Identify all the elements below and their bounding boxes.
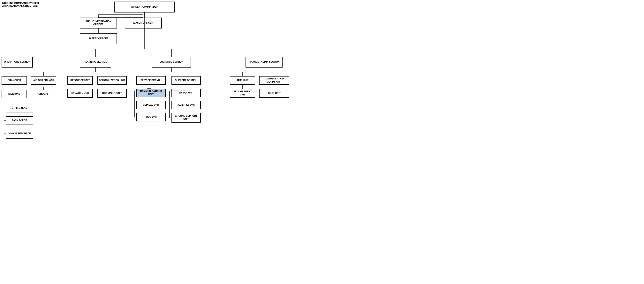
cost-unit-box: COST UNIT [259,89,289,98]
service-branch-box: SERVICE BRANCH [136,76,166,85]
public-info-officer-box: PUBLIC INFORMATION OFFICER [80,18,117,29]
facilities-unit-box: FACILITIES UNIT [172,101,201,109]
task-force-box: TASK FORCE [6,116,33,125]
demobilization-unit-box: DEMOBILIZATION UNIT [98,76,127,85]
strike-team-box: STRIKE TEAM [6,104,33,112]
air-ops-branch-box: AIR OPS BRANCH [31,76,56,85]
document-unit-box: DOCUMENT UNIT [98,89,127,98]
liaison-officer-box: LIASON OFFICER [125,18,162,29]
ground-support-unit-box: GROUND SUPPORT UNIT [172,113,201,122]
single-resource-box: SINGLE RESOURCE [6,129,33,138]
operations-section-box: OPERATIONS SECTION [2,57,33,68]
procurement-unit-box: PROCUREMENT UNIT [230,89,255,98]
safety-officer-box: SAFETY OFFICER [80,33,117,44]
food-unit-box: FOOD UNIT [136,113,166,121]
divisions-box: DIVISIONS [2,90,27,98]
medical-unit-box: MEDICAL UNIT [136,101,166,109]
title-block: INCIDENT COMMAND SYSTEM ORGANIZATIONAL S… [2,2,39,7]
groups-box: GROUPS [31,90,56,98]
incident-commander-box: INCIDENT COMMANDER [114,2,174,13]
compensation-claims-unit-box: COMPENSATION CLAIMS UNIT [259,76,289,85]
title-line1: INCIDENT COMMAND SYSTEM [2,2,39,5]
communications-unit-box: COMMUNICATIONS UNIT [136,89,166,97]
resource-unit-box: RESOURCE UNIT [68,76,93,85]
supply-unit-box: SUPPLY UNIT [172,89,201,97]
finance-admin-section-box: FINANCE / ADMIN SECTION [246,57,282,68]
branches-box: BRANCHES [2,76,27,85]
logistics-section-box: LOGISTICS SECTION [152,57,191,68]
time-unit-box: TIME UNIT [230,76,255,85]
title-line2: ORGANIZATIONAL STRUCTURE [2,5,39,7]
support-branch-box: SUPPORT BRANCH [172,76,201,85]
planning-section-box: PLANNING SECTION [80,57,111,68]
situation-unit-box: SITUATION UNIT [68,89,93,98]
